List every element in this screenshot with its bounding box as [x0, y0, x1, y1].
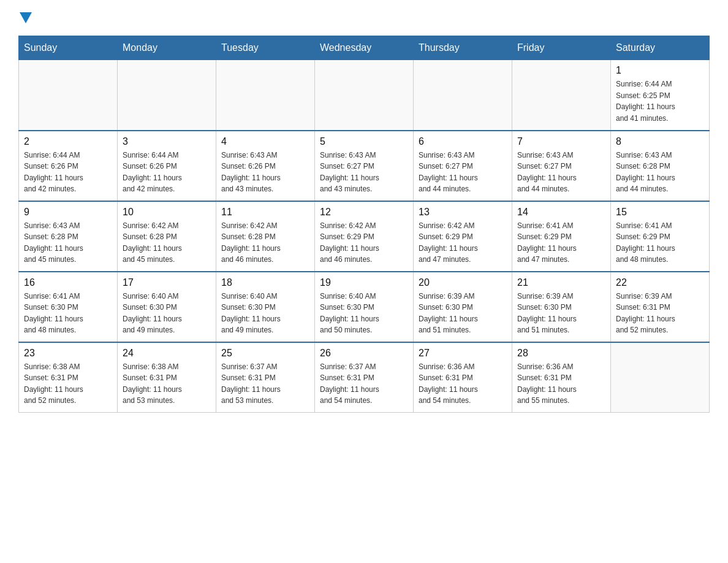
calendar-day-cell: 17Sunrise: 6:40 AMSunset: 6:30 PMDayligh… — [118, 272, 216, 342]
calendar-day-cell: 5Sunrise: 6:43 AMSunset: 6:27 PMDaylight… — [315, 131, 414, 201]
calendar-day-cell: 1Sunrise: 6:44 AMSunset: 6:25 PMDaylight… — [611, 60, 710, 131]
calendar-day-cell — [19, 60, 118, 131]
calendar-day-cell — [512, 60, 611, 131]
day-info: Sunrise: 6:42 AMSunset: 6:29 PMDaylight:… — [419, 220, 507, 266]
calendar-day-cell: 27Sunrise: 6:36 AMSunset: 6:31 PMDayligh… — [414, 342, 512, 413]
day-number: 7 — [517, 136, 605, 147]
weekday-header-wednesday: Wednesday — [315, 36, 414, 60]
calendar-day-cell: 15Sunrise: 6:41 AMSunset: 6:29 PMDayligh… — [611, 201, 710, 272]
calendar-day-cell: 12Sunrise: 6:42 AMSunset: 6:29 PMDayligh… — [315, 201, 414, 272]
weekday-header-sunday: Sunday — [19, 36, 118, 60]
day-number: 22 — [616, 277, 704, 288]
day-info: Sunrise: 6:41 AMSunset: 6:30 PMDaylight:… — [24, 291, 112, 336]
day-info: Sunrise: 6:37 AMSunset: 6:31 PMDaylight:… — [320, 361, 408, 407]
day-info: Sunrise: 6:36 AMSunset: 6:31 PMDaylight:… — [517, 361, 605, 407]
day-info: Sunrise: 6:43 AMSunset: 6:27 PMDaylight:… — [517, 150, 605, 195]
day-number: 12 — [320, 207, 408, 218]
day-number: 8 — [616, 136, 704, 147]
calendar-day-cell: 25Sunrise: 6:37 AMSunset: 6:31 PMDayligh… — [216, 342, 315, 413]
calendar-day-cell — [118, 60, 216, 131]
day-number: 3 — [123, 136, 211, 147]
day-info: Sunrise: 6:42 AMSunset: 6:29 PMDaylight:… — [320, 220, 408, 266]
calendar-day-cell: 11Sunrise: 6:42 AMSunset: 6:28 PMDayligh… — [216, 201, 315, 272]
day-number: 17 — [123, 277, 211, 288]
calendar-day-cell: 3Sunrise: 6:44 AMSunset: 6:26 PMDaylight… — [118, 131, 216, 201]
day-info: Sunrise: 6:43 AMSunset: 6:28 PMDaylight:… — [24, 220, 112, 266]
day-info: Sunrise: 6:43 AMSunset: 6:26 PMDaylight:… — [221, 150, 309, 195]
weekday-header-monday: Monday — [118, 36, 216, 60]
logo — [18, 12, 32, 23]
weekday-header-saturday: Saturday — [611, 36, 710, 60]
calendar-day-cell — [414, 60, 512, 131]
day-number: 13 — [419, 207, 507, 218]
day-number: 2 — [24, 136, 112, 147]
day-number: 14 — [517, 207, 605, 218]
day-info: Sunrise: 6:39 AMSunset: 6:31 PMDaylight:… — [616, 291, 704, 336]
day-info: Sunrise: 6:39 AMSunset: 6:30 PMDaylight:… — [419, 291, 507, 336]
day-info: Sunrise: 6:42 AMSunset: 6:28 PMDaylight:… — [221, 220, 309, 266]
day-info: Sunrise: 6:44 AMSunset: 6:26 PMDaylight:… — [24, 150, 112, 195]
day-info: Sunrise: 6:38 AMSunset: 6:31 PMDaylight:… — [123, 361, 211, 407]
calendar-day-cell: 16Sunrise: 6:41 AMSunset: 6:30 PMDayligh… — [19, 272, 118, 342]
day-number: 19 — [320, 277, 408, 288]
calendar-day-cell: 2Sunrise: 6:44 AMSunset: 6:26 PMDaylight… — [19, 131, 118, 201]
day-info: Sunrise: 6:40 AMSunset: 6:30 PMDaylight:… — [320, 291, 408, 336]
day-number: 5 — [320, 136, 408, 147]
calendar-day-cell: 13Sunrise: 6:42 AMSunset: 6:29 PMDayligh… — [414, 201, 512, 272]
calendar-day-cell: 20Sunrise: 6:39 AMSunset: 6:30 PMDayligh… — [414, 272, 512, 342]
calendar-day-cell: 21Sunrise: 6:39 AMSunset: 6:30 PMDayligh… — [512, 272, 611, 342]
day-info: Sunrise: 6:43 AMSunset: 6:28 PMDaylight:… — [616, 150, 704, 195]
calendar-day-cell: 6Sunrise: 6:43 AMSunset: 6:27 PMDaylight… — [414, 131, 512, 201]
calendar-day-cell: 22Sunrise: 6:39 AMSunset: 6:31 PMDayligh… — [611, 272, 710, 342]
day-info: Sunrise: 6:40 AMSunset: 6:30 PMDaylight:… — [123, 291, 211, 336]
calendar-day-cell: 8Sunrise: 6:43 AMSunset: 6:28 PMDaylight… — [611, 131, 710, 201]
day-info: Sunrise: 6:44 AMSunset: 6:25 PMDaylight:… — [616, 79, 704, 124]
weekday-header-friday: Friday — [512, 36, 611, 60]
day-number: 1 — [616, 65, 704, 76]
day-info: Sunrise: 6:44 AMSunset: 6:26 PMDaylight:… — [123, 150, 211, 195]
day-number: 23 — [24, 348, 112, 359]
day-number: 4 — [221, 136, 309, 147]
calendar-day-cell: 14Sunrise: 6:41 AMSunset: 6:29 PMDayligh… — [512, 201, 611, 272]
calendar-day-cell — [611, 342, 710, 413]
day-number: 25 — [221, 348, 309, 359]
day-number: 20 — [419, 277, 507, 288]
day-info: Sunrise: 6:36 AMSunset: 6:31 PMDaylight:… — [419, 361, 507, 407]
calendar-day-cell: 28Sunrise: 6:36 AMSunset: 6:31 PMDayligh… — [512, 342, 611, 413]
calendar-table: SundayMondayTuesdayWednesdayThursdayFrid… — [18, 36, 710, 413]
calendar-day-cell: 24Sunrise: 6:38 AMSunset: 6:31 PMDayligh… — [118, 342, 216, 413]
calendar-day-cell — [216, 60, 315, 131]
calendar-day-cell: 18Sunrise: 6:40 AMSunset: 6:30 PMDayligh… — [216, 272, 315, 342]
day-number: 9 — [24, 207, 112, 218]
day-number: 11 — [221, 207, 309, 218]
weekday-header-tuesday: Tuesday — [216, 36, 315, 60]
day-number: 16 — [24, 277, 112, 288]
page-header — [18, 12, 710, 23]
calendar-day-cell: 4Sunrise: 6:43 AMSunset: 6:26 PMDaylight… — [216, 131, 315, 201]
calendar-day-cell: 23Sunrise: 6:38 AMSunset: 6:31 PMDayligh… — [19, 342, 118, 413]
day-info: Sunrise: 6:41 AMSunset: 6:29 PMDaylight:… — [616, 220, 704, 266]
calendar-day-cell: 19Sunrise: 6:40 AMSunset: 6:30 PMDayligh… — [315, 272, 414, 342]
calendar-day-cell: 7Sunrise: 6:43 AMSunset: 6:27 PMDaylight… — [512, 131, 611, 201]
day-number: 24 — [123, 348, 211, 359]
day-info: Sunrise: 6:39 AMSunset: 6:30 PMDaylight:… — [517, 291, 605, 336]
calendar-week-row: 23Sunrise: 6:38 AMSunset: 6:31 PMDayligh… — [19, 342, 710, 413]
calendar-week-row: 9Sunrise: 6:43 AMSunset: 6:28 PMDaylight… — [19, 201, 710, 272]
calendar-day-cell: 26Sunrise: 6:37 AMSunset: 6:31 PMDayligh… — [315, 342, 414, 413]
calendar-day-cell: 10Sunrise: 6:42 AMSunset: 6:28 PMDayligh… — [118, 201, 216, 272]
day-info: Sunrise: 6:37 AMSunset: 6:31 PMDaylight:… — [221, 361, 309, 407]
day-number: 6 — [419, 136, 507, 147]
day-info: Sunrise: 6:43 AMSunset: 6:27 PMDaylight:… — [419, 150, 507, 195]
calendar-week-row: 2Sunrise: 6:44 AMSunset: 6:26 PMDaylight… — [19, 131, 710, 201]
day-info: Sunrise: 6:42 AMSunset: 6:28 PMDaylight:… — [123, 220, 211, 266]
day-info: Sunrise: 6:40 AMSunset: 6:30 PMDaylight:… — [221, 291, 309, 336]
day-number: 21 — [517, 277, 605, 288]
day-info: Sunrise: 6:41 AMSunset: 6:29 PMDaylight:… — [517, 220, 605, 266]
weekday-header-row: SundayMondayTuesdayWednesdayThursdayFrid… — [19, 36, 710, 60]
svg-marker-0 — [20, 12, 32, 23]
day-info: Sunrise: 6:43 AMSunset: 6:27 PMDaylight:… — [320, 150, 408, 195]
day-number: 15 — [616, 207, 704, 218]
calendar-day-cell — [315, 60, 414, 131]
day-info: Sunrise: 6:38 AMSunset: 6:31 PMDaylight:… — [24, 361, 112, 407]
day-number: 18 — [221, 277, 309, 288]
